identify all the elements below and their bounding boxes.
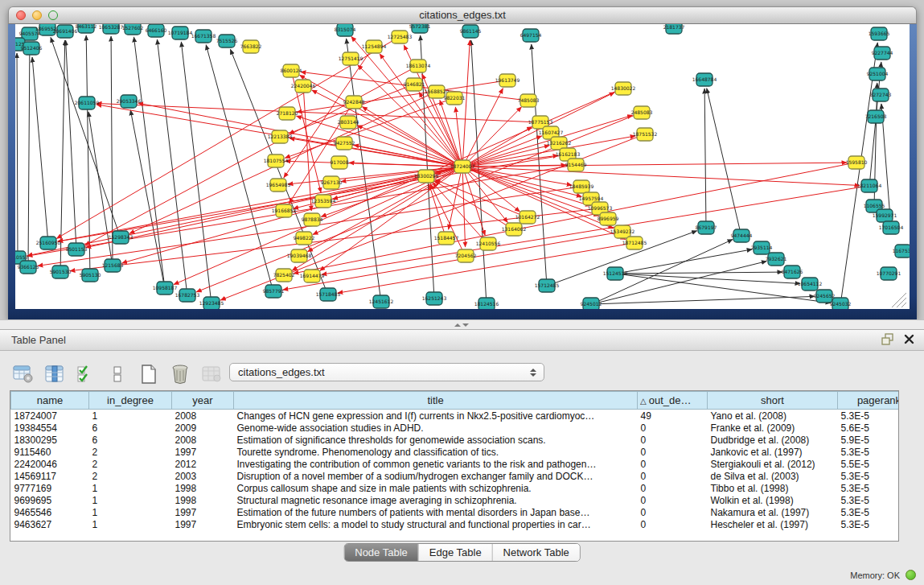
table-cell[interactable]: 1997 — [172, 518, 234, 530]
table-cell[interactable]: 9699695 — [11, 494, 89, 506]
table-cell[interactable]: 2008 — [172, 410, 234, 422]
table-cell[interactable]: 49 — [638, 410, 708, 422]
table-cell[interactable]: 0 — [638, 506, 708, 518]
table-source-dropdown[interactable]: citations_edges.txt — [229, 363, 544, 381]
table-cell[interactable]: 9465546 — [11, 506, 89, 518]
table-row[interactable]: 1456911722003Disruption of a novel membe… — [11, 470, 900, 482]
close-panel-icon[interactable] — [904, 334, 914, 344]
table-cell[interactable]: 5.3E-5 — [838, 470, 900, 482]
table-cell[interactable]: 5.3E-5 — [838, 506, 900, 518]
table-cell[interactable]: Tourette syndrome. Phenomenology and cla… — [234, 446, 638, 458]
table-cell[interactable]: 1 — [89, 494, 172, 506]
table-cell[interactable]: Franke et al. (2009) — [708, 422, 838, 434]
table-cell[interactable]: Wolkin et al. (1998) — [708, 494, 838, 506]
table-cell[interactable]: 18724007 — [11, 410, 89, 422]
table-cell[interactable]: Nakamura et al. (1997) — [708, 506, 838, 518]
table-cell[interactable]: 1 — [89, 482, 172, 494]
table-cell[interactable]: 0 — [638, 458, 708, 470]
table-cell[interactable]: 0 — [638, 470, 708, 482]
table-cell[interactable]: Disruption of a novel member of a sodium… — [234, 470, 638, 482]
table-cell[interactable]: Tibbo et al. (1998) — [708, 482, 838, 494]
table-cell[interactable]: 0 — [638, 446, 708, 458]
table-cell[interactable]: Dudbridge et al. (2008) — [708, 434, 838, 446]
table-cell[interactable]: 0 — [638, 482, 708, 494]
network-window-titlebar[interactable]: citations_edges.txt — [8, 6, 917, 24]
table-cell[interactable]: 5.3E-5 — [838, 446, 900, 458]
minimize-window-button[interactable] — [32, 10, 42, 20]
table-row[interactable]: 969969511998Structural magnetic resonanc… — [11, 494, 900, 506]
column-header-short[interactable]: short — [708, 392, 838, 410]
table-cell[interactable]: 22420046 — [11, 458, 89, 470]
table-cell[interactable]: 6 — [89, 434, 172, 446]
close-window-button[interactable] — [16, 10, 26, 20]
table-cell[interactable]: Changes of HCN gene expression and I(f) … — [234, 410, 638, 422]
delete-icon[interactable] — [168, 362, 192, 386]
modify-table-icon[interactable] — [11, 362, 35, 386]
table-cell[interactable]: 6 — [89, 422, 172, 434]
table-row[interactable]: 946362711997Embryonic stem cells: a mode… — [11, 518, 900, 530]
zoom-window-button[interactable] — [48, 10, 58, 20]
column-header-year[interactable]: year — [172, 392, 234, 410]
column-header-name[interactable]: name — [11, 392, 89, 410]
select-column-icon[interactable] — [43, 362, 67, 386]
table-cell[interactable]: Genome-wide association studies in ADHD. — [234, 422, 638, 434]
table-cell[interactable]: 1 — [89, 506, 172, 518]
table-cell[interactable]: de Silva et al. (2003) — [708, 470, 838, 482]
table-cell[interactable]: 5.3E-5 — [838, 494, 900, 506]
tab-edge-table[interactable]: Edge Table — [419, 544, 493, 561]
table-cell[interactable]: Yano et al. (2008) — [708, 410, 838, 422]
network-canvas[interactable]: 9405574186955272069140684631121065328715… — [15, 24, 910, 309]
table-cell[interactable]: Corpus callosum shape and size in male p… — [234, 482, 638, 494]
table-cell[interactable]: 2008 — [172, 434, 234, 446]
table-cell[interactable]: 1 — [89, 518, 172, 530]
table-cell[interactable]: 0 — [638, 422, 708, 434]
select-all-icon[interactable] — [74, 362, 98, 386]
table-cell[interactable]: 0 — [638, 494, 708, 506]
table-cell[interactable]: 0 — [638, 518, 708, 530]
tab-network-table[interactable]: Network Table — [493, 544, 580, 561]
table-cell[interactable]: 9115460 — [11, 446, 89, 458]
table-cell[interactable]: 5.6E-5 — [838, 422, 900, 434]
delete-table-icon[interactable] — [199, 362, 224, 386]
table-cell[interactable]: Stergiakouli et al. (2012) — [708, 458, 838, 470]
table-row[interactable]: 946554611997Estimation of the future num… — [11, 506, 900, 518]
table-cell[interactable]: Estimation of the future numbers of pati… — [234, 506, 638, 518]
table-cell[interactable]: Hescheler et al. (1997) — [708, 518, 838, 530]
table-cell[interactable]: 1997 — [172, 446, 234, 458]
rows-icon[interactable] — [105, 362, 129, 386]
table-cell[interactable]: 5.3E-5 — [838, 518, 900, 530]
table-cell[interactable]: 2012 — [172, 458, 234, 470]
table-row[interactable]: 1938455462009Genome-wide association stu… — [11, 422, 900, 434]
table-cell[interactable]: 0 — [638, 434, 708, 446]
table-cell[interactable]: 2 — [89, 446, 172, 458]
table-cell[interactable]: 1998 — [172, 494, 234, 506]
table-cell[interactable]: 19384554 — [11, 422, 89, 434]
table-row[interactable]: 977716911998Corpus callosum shape and si… — [11, 482, 900, 494]
table-cell[interactable]: 2009 — [172, 422, 234, 434]
table-cell[interactable]: 2 — [89, 470, 172, 482]
column-header-outde[interactable]: △out_de… — [638, 392, 708, 410]
table-row[interactable]: 2242004622012Investigating the contribut… — [11, 458, 900, 470]
new-file-icon[interactable] — [137, 362, 161, 386]
table-cell[interactable]: 1997 — [172, 506, 234, 518]
tab-node-table[interactable]: Node Table — [344, 544, 419, 561]
table-cell[interactable]: 5.9E-5 — [838, 434, 900, 446]
splitter-handle-icon[interactable] — [456, 323, 467, 328]
table-cell[interactable]: 9463627 — [11, 518, 89, 530]
panel-splitter[interactable] — [0, 319, 924, 329]
table-row[interactable]: 911546021997Tourette syndrome. Phenomeno… — [11, 446, 900, 458]
column-header-pagerank[interactable]: pagerank — [838, 392, 900, 410]
table-cell[interactable]: Embryonic stem cells: a model to study s… — [234, 518, 638, 530]
table-cell[interactable]: 5.5E-5 — [838, 458, 900, 470]
table-cell[interactable]: Jankovic et al. (1997) — [708, 446, 838, 458]
table-cell[interactable]: 9777169 — [11, 482, 89, 494]
table-cell[interactable]: 1998 — [172, 482, 234, 494]
table-cell[interactable]: 14569117 — [11, 470, 89, 482]
column-header-indegree[interactable]: in_degree — [89, 392, 172, 410]
table-cell[interactable]: 5.3E-5 — [838, 482, 900, 494]
table-row[interactable]: 1872400712008Changes of HCN gene express… — [11, 410, 900, 422]
table-row[interactable]: 1830029562008Estimation of significance … — [11, 434, 900, 446]
float-window-icon[interactable] — [881, 333, 894, 345]
table-cell[interactable]: Investigating the contribution of common… — [234, 458, 638, 470]
table-cell[interactable]: 2003 — [172, 470, 234, 482]
